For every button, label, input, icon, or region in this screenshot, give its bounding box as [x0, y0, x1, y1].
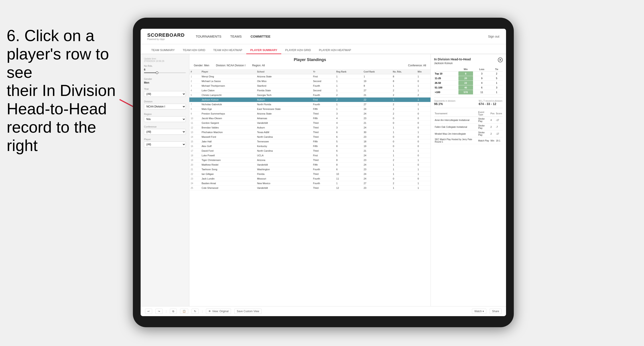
tourn-col-pos: Pos	[490, 110, 495, 117]
tourn-score: -17	[495, 131, 503, 137]
table-row[interactable]: 13 Phichaksn Maichon Texas A&M Third 6 3…	[189, 130, 430, 135]
row-player: Luke Powell	[200, 153, 256, 158]
row-conf: 24	[362, 107, 392, 111]
row-yr: Third	[312, 135, 335, 139]
row-reg: 1	[335, 74, 362, 79]
row-num: 19	[189, 158, 200, 163]
row-yr: Fourth	[312, 93, 335, 98]
table-row[interactable]: 1 Wenyi Ding Arizona State First 1 1 8 1	[189, 74, 430, 79]
table-row[interactable]: 7 Nicholas Gabrelcik North Florida Fourt…	[189, 102, 430, 107]
row-school: Arizona State	[256, 74, 312, 79]
table-row[interactable]: 18 Luke Powell UCLA First 5 24 1 0	[189, 153, 430, 158]
row-win: 0	[416, 176, 430, 181]
row-conf: 24	[362, 176, 392, 181]
row-win: 1	[416, 102, 430, 107]
tab-team-h2h-grid[interactable]: TEAM H2H GRID	[179, 47, 209, 54]
nav-teams[interactable]: TEAMS	[230, 33, 242, 39]
nav-tournaments[interactable]: TOURNAMENTS	[196, 33, 222, 39]
refresh-button[interactable]: ↻	[192, 309, 199, 314]
table-row[interactable]: 17 David Ford North Carolina Third 6 21 …	[189, 149, 430, 153]
tourn-score: -17	[495, 117, 503, 124]
conference-select[interactable]: (All)	[144, 129, 186, 135]
table-row[interactable]: 11 Gordon Sargent Vanderbilt Third 4 21 …	[189, 121, 430, 125]
table-row[interactable]: 22 Ian Gilligan Florida Third 10 24 1 1	[189, 172, 430, 176]
table-row[interactable]: 10 Jacob Mau-Olesen Arkansas Fifth 4 23 …	[189, 116, 430, 121]
view-original-button[interactable]: 👁 View: Original	[206, 309, 231, 314]
watch-button[interactable]: Watch ▾	[472, 309, 486, 314]
row-conf: 8	[362, 84, 392, 88]
table-row[interactable]: 15 Jake Hall Tennessee Fifth 5 18 0 0	[189, 139, 430, 144]
division-select[interactable]: NCAA Division I	[144, 104, 186, 109]
table-row[interactable]: 14 Maxwell Ford North Carolina Third 6 2…	[189, 135, 430, 139]
row-win: 1	[416, 181, 430, 186]
tourn-type: Stroke Play	[478, 117, 490, 124]
close-button[interactable]: ✕	[498, 57, 503, 62]
row-win: 1	[416, 98, 430, 102]
table-row[interactable]: 21 Taehoon Song Washington Fourth 6 23 1…	[189, 167, 430, 172]
year-select[interactable]: (All)	[144, 91, 186, 97]
row-num: 18	[189, 153, 200, 158]
player-select[interactable]: (All)	[144, 142, 186, 147]
share-button[interactable]: Share	[490, 309, 502, 314]
row-player: Preston Summerhays	[200, 111, 256, 116]
row-rds: 8	[392, 74, 416, 79]
table-row[interactable]: 8 Mats Ege East Tennessee State Fifth 1 …	[189, 107, 430, 111]
col-player: Player	[200, 69, 256, 74]
row-yr: Second	[312, 79, 335, 84]
tab-team-summary[interactable]: TEAM SUMMARY	[147, 47, 179, 54]
row-school: Arizona	[256, 158, 312, 163]
tab-player-h2h-grid[interactable]: PLAYER H2H GRID	[281, 47, 315, 54]
filter-gender: Gender: Men	[194, 64, 209, 67]
sign-out-link[interactable]: Sign out	[488, 35, 500, 38]
table-row[interactable]: 12 Brendan Valdes Auburn Third 3 24 1 0	[189, 125, 430, 130]
paste-button[interactable]: 📋	[180, 309, 188, 314]
no-rds-section: No Rds. 6	[144, 65, 186, 74]
row-reg: 1	[335, 88, 362, 93]
row-reg: 1	[335, 107, 362, 111]
table-header-row: # Player School Yr Reg Rank Conf Rank No…	[189, 69, 430, 74]
h2h-tie: 2	[490, 71, 503, 76]
no-rds-slider[interactable]	[144, 71, 186, 74]
table-row[interactable]: 4 Luke Claton Florida State Second 1 27 …	[189, 88, 430, 93]
table-row[interactable]: 5 Christo Lamprecht Georgia Tech Fourth …	[189, 93, 430, 98]
tab-player-summary[interactable]: PLAYER SUMMARY	[246, 47, 281, 54]
copy-button[interactable]: ⧉	[170, 309, 177, 314]
row-player: Jacob Mau-Olesen	[200, 116, 256, 121]
wlt-stat: W-L-T record in-division: 674 - 33 - 12	[478, 100, 503, 106]
redo-button[interactable]: ↪	[156, 309, 162, 314]
table-row[interactable]: 23 Jack Lundin Missouri Fourth 11 24 0 0	[189, 176, 430, 181]
row-num: 22	[189, 172, 200, 176]
row-win: 0	[416, 139, 430, 144]
table-row[interactable]: 25 Cole Sherwood Vanderbilt Third 12 23 …	[189, 186, 430, 190]
table-row[interactable]: 16 Alex Goff Kentucky Fifth 8 19 0 0	[189, 144, 430, 149]
table-row[interactable]: 20 Matthew Riedel Vanderbilt Fifth 8 24 …	[189, 163, 430, 167]
tab-team-h2h-heatmap[interactable]: TEAM H2H HEATMAP	[209, 47, 246, 54]
row-conf: 23	[362, 167, 392, 172]
h2h-col-tie: Tie	[490, 67, 503, 71]
h2h-table: Win Loss Tie Top 10 8 3 2 11-25 20 9 5 2…	[434, 67, 503, 95]
tab-player-h2h-heatmap[interactable]: PLAYER H2H HEATMAP	[315, 47, 355, 54]
table-row[interactable]: 2 Michael La Sasso Ole Miss Second 1 19 …	[189, 79, 430, 84]
row-yr: First	[312, 74, 335, 79]
save-custom-button[interactable]: Save Custom View	[234, 309, 262, 314]
table-row[interactable]: 6 Jackson Koivun Auburn First 2 22 1 1	[189, 98, 430, 102]
row-reg: 3	[335, 125, 362, 130]
nav-committee[interactable]: COMMITTEE	[250, 33, 270, 39]
no-rds-label: No Rds.	[144, 65, 186, 67]
row-win: 1	[416, 74, 430, 79]
table-row[interactable]: 19 Tiger Christensen Arizona Third 8 23 …	[189, 158, 430, 163]
row-reg: 11	[335, 176, 362, 181]
region-select[interactable]: N/a	[144, 116, 186, 122]
year-label: Year	[144, 88, 186, 90]
table-row[interactable]: 3 Michael Thorbjornsen Stanford Fourth 1…	[189, 84, 430, 88]
table-row[interactable]: 9 Preston Summerhays Arizona State Third…	[189, 111, 430, 116]
table-row[interactable]: 24 Bastien Amat New Mexico Fourth 1 27 2…	[189, 181, 430, 186]
undo-button[interactable]: ↩	[145, 309, 152, 314]
h2h-col-loss: Loss	[473, 67, 490, 71]
row-school: Missouri	[256, 176, 312, 181]
h2h-row: 26-50 22 4 1	[434, 81, 503, 85]
row-rds: 2	[392, 88, 416, 93]
col-reg-rank: Reg Rank	[335, 69, 362, 74]
h2h-col-rank	[434, 67, 458, 71]
logo-main: SCOREBOARD	[147, 32, 185, 38]
